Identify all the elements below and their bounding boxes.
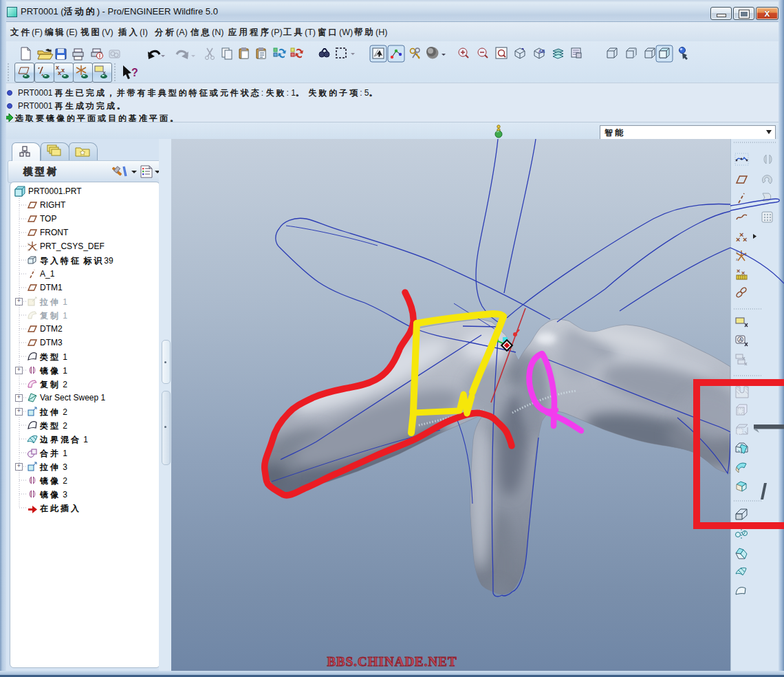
svg-text:x: x — [61, 67, 65, 74]
svg-text:x: x — [58, 69, 61, 76]
svg-text:?: ? — [131, 67, 138, 78]
svg-text:AB: AB — [538, 49, 545, 54]
svg-text:x: x — [36, 248, 38, 252]
